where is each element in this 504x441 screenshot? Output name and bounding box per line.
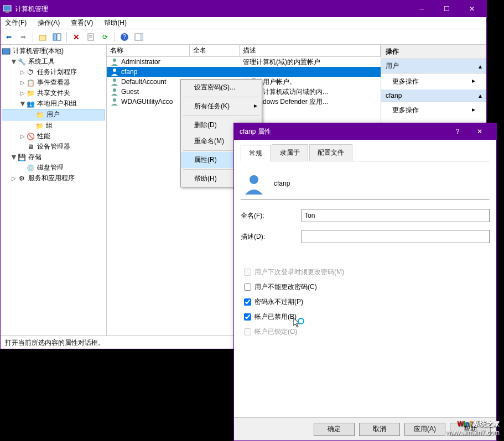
description-label: 描述(D): (241, 232, 302, 242)
chevron-right-icon: ▸ (254, 102, 257, 109)
dialog-help-button[interactable]: ? (446, 128, 469, 135)
chevron-right-icon: ▸ (472, 106, 475, 115)
back-button[interactable]: ⬅ (3, 31, 15, 43)
svg-rect-4 (57, 34, 61, 40)
check-password-never-expires[interactable]: 密码永不过期(P) (241, 297, 490, 307)
expand-icon[interactable]: ▷ (19, 80, 26, 86)
svg-point-11 (113, 59, 116, 62)
actions-more-cfanp[interactable]: 更多操作▸ (381, 102, 486, 118)
toolbar: ⬅ ➡ ✕ ⟳ ? (1, 29, 486, 45)
tree-shared-folders[interactable]: ▷📁共享文件夹 (2, 88, 105, 98)
ctx-set-password[interactable]: 设置密码(S)... (181, 80, 262, 96)
col-name[interactable]: 名称 (107, 45, 190, 56)
minimize-button[interactable]: ─ (409, 1, 434, 17)
user-row-administrator[interactable]: Administrator 管理计算机(域)的内置帐户 (107, 57, 381, 67)
tab-memberof[interactable]: 隶属于 (272, 144, 308, 161)
dialog-titlebar[interactable]: cfanp 属性 ? ✕ (234, 123, 496, 140)
menu-view[interactable]: 查看(V) (69, 17, 95, 29)
apply-button[interactable]: 应用(A) (404, 423, 445, 436)
check-account-disabled[interactable]: 帐户已禁用(B) (241, 312, 490, 322)
expand-icon[interactable]: ▷ (19, 69, 26, 75)
chevron-right-icon: ▸ (472, 77, 475, 86)
svg-rect-0 (3, 6, 11, 11)
tab-profile[interactable]: 配置文件 (309, 144, 352, 161)
tree-system-tools[interactable]: ⯆🔧系统工具 (2, 56, 105, 67)
checkbox[interactable] (244, 284, 251, 291)
fullname-label: 全名(F): (241, 211, 302, 221)
collapse-icon[interactable]: ⯆ (11, 154, 17, 160)
user-row-cfanp[interactable]: cfanp (107, 67, 381, 77)
tree-event-viewer[interactable]: ▷📋事件查看器 (2, 77, 105, 88)
actions-group-cfanp[interactable]: cfanp▴ (381, 90, 486, 102)
tree-storage[interactable]: ⯆💾存储 (2, 152, 105, 162)
svg-rect-1 (6, 11, 9, 13)
ctx-all-tasks[interactable]: 所有任务(K)▸ (181, 98, 262, 114)
tree-performance[interactable]: ▷🚫性能 (2, 131, 105, 141)
check-cannot-change-password[interactable]: 用户不能更改密码(C) (241, 282, 490, 292)
actions-group-users[interactable]: 用户▴ (381, 59, 486, 74)
expand-icon[interactable]: ▷ (11, 175, 17, 181)
collapse-icon[interactable]: ⯆ (19, 101, 26, 107)
window-title: 计算机管理 (15, 4, 409, 14)
properties-button[interactable] (85, 31, 97, 43)
tree-groups[interactable]: 📁组 (2, 120, 105, 131)
tree-users[interactable]: 📁用户 (2, 109, 105, 120)
delete-button[interactable]: ✕ (70, 31, 82, 43)
menu-file[interactable]: 文件(F) (3, 17, 29, 29)
svg-rect-9 (140, 34, 143, 40)
svg-point-15 (113, 98, 116, 102)
tabstrip: 常规 隶属于 配置文件 (241, 144, 490, 161)
collapse-icon[interactable]: ⯆ (11, 59, 17, 65)
check-account-locked: 帐户已锁定(O) (241, 327, 490, 337)
tab-general[interactable]: 常规 (241, 145, 271, 161)
tree-local-users-groups[interactable]: ⯆👥本地用户和组 (2, 98, 105, 109)
ok-button[interactable]: 确定 (314, 423, 355, 436)
tree-task-scheduler[interactable]: ▷⏱任务计划程序 (2, 67, 105, 77)
checkbox[interactable] (244, 313, 251, 321)
user-icon (110, 67, 119, 76)
checkbox (244, 269, 251, 276)
forward-button[interactable]: ➡ (17, 31, 29, 43)
expand-icon[interactable]: ▷ (19, 90, 26, 96)
dialog-close-button[interactable]: ✕ (469, 128, 491, 135)
expand-icon[interactable]: ▷ (19, 133, 26, 139)
user-icon (110, 57, 119, 66)
checkbox[interactable] (244, 298, 251, 306)
col-desc[interactable]: 描述 (240, 45, 381, 56)
watermark: Win7系统之家 www.winwin7.com (446, 417, 500, 437)
svg-rect-3 (53, 34, 56, 40)
username-label: cfanp (274, 180, 290, 187)
fullname-input[interactable] (302, 209, 490, 222)
user-icon (110, 87, 119, 96)
cancel-button[interactable]: 取消 (359, 423, 400, 436)
menu-help[interactable]: 帮助(H) (102, 17, 129, 29)
action-pane-button[interactable] (133, 31, 145, 43)
actions-header: 操作 (381, 45, 486, 59)
list-header: 名称 全名 描述 (107, 45, 381, 57)
refresh-button[interactable]: ⟳ (99, 31, 111, 43)
tree-disk-management[interactable]: 💿磁盘管理 (2, 162, 105, 173)
up-button[interactable] (37, 31, 49, 43)
tree-device-manager[interactable]: 🖥设备管理器 (2, 141, 105, 152)
svg-rect-10 (2, 49, 10, 54)
help-button[interactable]: ? (118, 31, 131, 43)
tree-root[interactable]: 计算机管理(本地) (2, 46, 105, 56)
app-icon (3, 4, 12, 13)
svg-point-14 (113, 88, 116, 92)
tree-services-apps[interactable]: ▷⚙服务和应用程序 (2, 173, 105, 183)
maximize-button[interactable]: ☐ (434, 1, 459, 17)
check-must-change-password: 用户下次登录时须更改密码(M) (241, 267, 490, 277)
col-fullname[interactable]: 全名 (190, 45, 240, 56)
tree-pane[interactable]: 计算机管理(本地) ⯆🔧系统工具 ▷⏱任务计划程序 ▷📋事件查看器 ▷📁共享文件… (1, 45, 107, 335)
properties-dialog: cfanp 属性 ? ✕ 常规 隶属于 配置文件 cfanp 全名(F): 描述… (233, 123, 497, 441)
titlebar[interactable]: 计算机管理 ─ ☐ ✕ (1, 1, 486, 17)
svg-rect-2 (39, 35, 46, 40)
show-hide-tree-button[interactable] (51, 31, 63, 43)
svg-point-16 (250, 175, 258, 184)
checkbox (244, 328, 251, 335)
close-button[interactable]: ✕ (459, 1, 484, 17)
collapse-icon: ▴ (479, 62, 482, 70)
menu-action[interactable]: 操作(A) (35, 17, 62, 29)
description-input[interactable] (302, 230, 490, 243)
actions-more-users[interactable]: 更多操作▸ (381, 74, 486, 90)
